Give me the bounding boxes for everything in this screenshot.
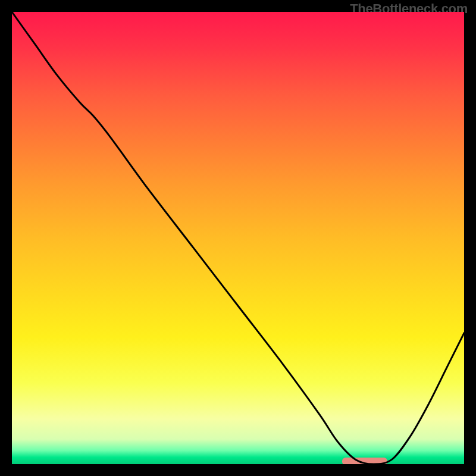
plot-area (12, 12, 464, 464)
chart-frame: TheBottleneck.com (0, 0, 476, 476)
curve-path (12, 12, 464, 464)
bottleneck-curve (12, 12, 464, 464)
